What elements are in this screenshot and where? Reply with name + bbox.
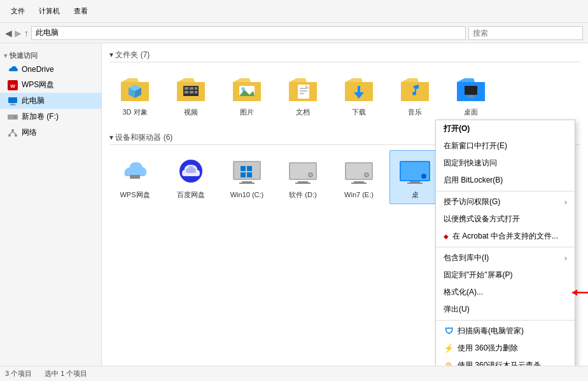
sidebar-item-onedrive[interactable]: OneDrive	[0, 62, 101, 77]
device-baidu-cloud[interactable]: 百度网盘	[165, 150, 216, 204]
svg-rect-74	[410, 181, 420, 183]
svg-rect-3	[11, 104, 15, 105]
selected-drive-icon	[398, 155, 431, 188]
svg-rect-55	[241, 172, 246, 177]
folder-videos[interactable]: 视频	[165, 67, 216, 121]
svg-rect-2	[8, 97, 17, 103]
svg-point-7	[11, 129, 14, 132]
baidu-cloud-label: 百度网盘	[177, 190, 205, 199]
svg-rect-20	[185, 87, 188, 90]
ctx-pin-start[interactable]: 固定到"开始"屏幕(P)	[436, 267, 575, 284]
selected-drive-label: 桌	[412, 190, 419, 199]
status-bar: 3 个项目 选中 1 个项目	[0, 366, 588, 381]
grant-access-arrow: ›	[564, 198, 567, 207]
onedrive-icon	[8, 64, 18, 74]
svg-rect-75	[407, 183, 423, 184]
svg-marker-32	[289, 78, 307, 82]
folder-pictures-label: 图片	[240, 107, 254, 116]
svg-rect-24	[190, 91, 193, 94]
sidebar-item-wps[interactable]: W WPS网盘	[0, 77, 101, 93]
360-yellow-icon: ⚡	[444, 343, 454, 354]
folder-desktop[interactable]: 桌面	[445, 67, 496, 121]
device-win7-e[interactable]: Win7 (E:)	[333, 150, 384, 204]
wps-cloud-label: WPS网盘	[120, 190, 150, 199]
ctx-pin-quick[interactable]: 固定到快速访问	[436, 155, 575, 172]
acrobat-icon: ◆	[444, 233, 449, 240]
baidu-cloud-icon	[174, 155, 207, 188]
svg-rect-46	[465, 86, 477, 95]
folder-music-icon	[398, 72, 431, 105]
wps-cloud-icon	[118, 155, 151, 188]
software-d-icon	[286, 155, 319, 188]
ctx-format[interactable]: 格式化(A)...	[436, 284, 575, 301]
ctx-grant-access[interactable]: 授予访问权限(G) ›	[436, 193, 575, 211]
svg-marker-13	[121, 78, 139, 82]
onedrive-label: OneDrive	[22, 65, 54, 74]
address-bar: ◀ ▶ ↑	[0, 23, 588, 43]
toolbar-view-btn[interactable]: 查看	[68, 4, 94, 18]
back-btn[interactable]: ◀	[5, 28, 12, 38]
ctx-divider-1	[436, 191, 575, 191]
content-area: ▾ 文件夹 (7)	[102, 43, 588, 366]
address-input[interactable]	[31, 26, 466, 40]
win10-c-label: Win10 (C:)	[230, 190, 264, 199]
context-menu: 打开(O) 在新窗口中打开(E) 固定到快速访问 启用 BitLocker(B)…	[435, 120, 575, 366]
ctx-divider-2	[436, 247, 575, 247]
folder-downloads[interactable]: 下载	[333, 67, 384, 121]
svg-text:W: W	[10, 83, 15, 89]
ctx-open[interactable]: 打开(O)	[436, 120, 575, 137]
folder-music[interactable]: 音乐	[389, 67, 440, 121]
toolbar: 文件 计算机 查看	[0, 0, 588, 23]
folder-pictures[interactable]: 图片	[221, 67, 272, 121]
quick-access-header: ▾ 快速访问	[0, 47, 101, 62]
svg-rect-63	[298, 181, 308, 183]
network-label: 网络	[22, 127, 37, 138]
item-count: 3 个项目	[5, 369, 32, 378]
ctx-open-new-window[interactable]: 在新窗口中打开(E)	[436, 137, 575, 155]
wps-icon: W	[8, 80, 18, 90]
svg-marker-77	[572, 289, 577, 296]
svg-point-68	[365, 174, 368, 176]
svg-rect-57	[242, 181, 252, 183]
ctx-include-library[interactable]: 包含到库中(I) ›	[436, 249, 575, 267]
svg-point-73	[421, 174, 426, 179]
device-software-d[interactable]: 软件 (D:)	[277, 150, 328, 204]
svg-rect-21	[190, 87, 193, 90]
ctx-trojan-scan[interactable]: ⚙ 使用 360进行木马云查杀	[436, 357, 575, 366]
svg-rect-23	[185, 91, 188, 94]
svg-point-62	[309, 174, 312, 176]
search-input[interactable]	[468, 26, 583, 40]
svg-rect-56	[247, 172, 252, 177]
svg-rect-4	[10, 104, 16, 105]
device-wps-cloud[interactable]: WPS网盘	[109, 150, 160, 204]
folder-documents[interactable]: 文档	[277, 67, 328, 121]
ctx-open-portable[interactable]: 以便携式设备方式打开	[436, 211, 575, 228]
ctx-eject[interactable]: 弹出(U)	[436, 301, 575, 318]
ctx-force-delete[interactable]: ⚡ 使用 360强力删除	[436, 340, 575, 357]
sidebar-item-network[interactable]: 网络	[0, 125, 101, 141]
device-selected[interactable]: 桌	[389, 150, 440, 204]
up-btn[interactable]: ↑	[24, 28, 29, 38]
ctx-acrobat[interactable]: ◆ 在 Acrobat 中合并支持的文件...	[436, 228, 575, 245]
quick-access-label: 快速访问	[10, 51, 38, 60]
svg-rect-53	[241, 166, 246, 171]
win7-e-icon	[342, 155, 375, 188]
device-win10-c[interactable]: Win10 (C:)	[221, 150, 272, 204]
svg-marker-39	[345, 78, 363, 82]
sidebar: ▾ 快速访问 OneDrive W WPS网盘	[0, 43, 102, 366]
folder-downloads-label: 下载	[352, 107, 366, 116]
toolbar-computer-btn[interactable]: 计算机	[33, 4, 66, 18]
svg-rect-25	[195, 91, 197, 94]
ctx-scan-360[interactable]: 🛡 扫描病毒(电脑管家)	[436, 322, 575, 340]
folder-pictures-icon	[230, 72, 263, 105]
toolbar-file-btn[interactable]: 文件	[5, 4, 31, 18]
forward-btn[interactable]: ▶	[15, 28, 22, 38]
folders-section-header: ▾ 文件夹 (7)	[109, 48, 580, 62]
folder-documents-label: 文档	[296, 107, 310, 116]
sidebar-item-this-pc[interactable]: 此电脑	[0, 93, 101, 109]
new-drive-icon	[8, 112, 18, 122]
folder-3d-objects[interactable]: 3D 对象	[109, 67, 160, 121]
sidebar-item-new-drive[interactable]: 新加卷 (F:)	[0, 109, 101, 125]
ctx-bitlocker[interactable]: 启用 BitLocker(B)	[436, 172, 575, 189]
svg-line-10	[10, 132, 13, 134]
